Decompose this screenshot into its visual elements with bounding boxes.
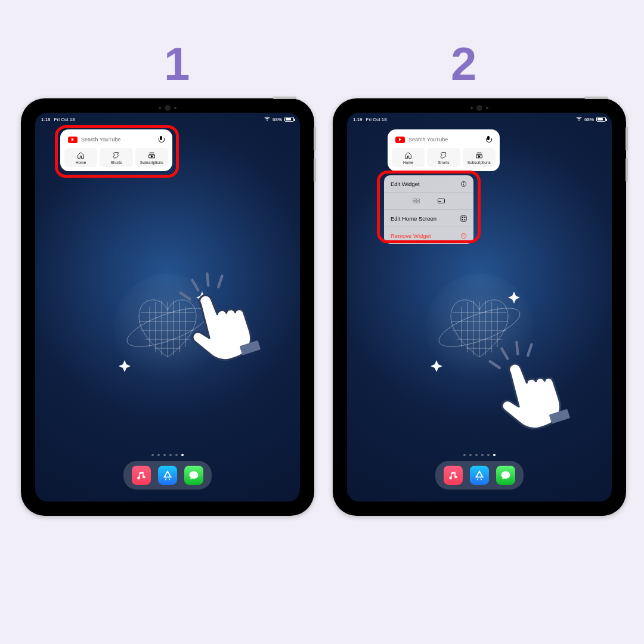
- youtube-search-row[interactable]: Search YouTube: [392, 134, 496, 145]
- page-indicator[interactable]: [151, 454, 184, 456]
- ctxmenu-edit-home-screen[interactable]: Edit Home Screen: [384, 210, 473, 227]
- youtube-logo-icon: [395, 137, 405, 143]
- svg-rect-13: [417, 199, 420, 201]
- front-camera-notch: [470, 105, 488, 111]
- step-number-2: 2: [451, 37, 476, 91]
- apps-grid-icon: [460, 215, 467, 222]
- widget-pill-shorts[interactable]: Shorts: [427, 148, 460, 167]
- youtube-widget[interactable]: Search YouTube Home Shorts: [60, 129, 172, 171]
- ipad-frame-1: 1:18 Fri Oct 18 68%: [21, 98, 314, 516]
- subscriptions-icon: [147, 151, 156, 159]
- youtube-widget-buttons: Home Shorts Subscriptions: [392, 148, 496, 167]
- youtube-widget[interactable]: Search YouTube Home Shorts: [388, 129, 500, 171]
- youtube-logo-icon: [68, 137, 78, 143]
- svg-point-22: [464, 219, 465, 219]
- dock-app-messages[interactable]: [184, 466, 203, 485]
- battery-icon: [284, 117, 294, 122]
- battery-icon: [596, 117, 606, 122]
- widget-pill-home[interactable]: Home: [392, 148, 425, 167]
- battery-percent: 68%: [273, 117, 282, 122]
- svg-rect-14: [413, 202, 416, 203]
- status-date: Fri Oct 18: [54, 117, 75, 122]
- wallpaper-heart: [108, 271, 227, 390]
- dock-app-music[interactable]: [132, 466, 151, 485]
- ipad-frame-2: 1:19 Fri Oct 18 68%: [333, 98, 626, 516]
- svg-rect-15: [417, 202, 420, 203]
- wallpaper-heart: [420, 271, 539, 390]
- youtube-search-row[interactable]: Search YouTube: [64, 134, 168, 145]
- widget-pill-home[interactable]: Home: [64, 148, 97, 167]
- pill-label: Home: [403, 160, 413, 165]
- status-date: Fri Oct 18: [366, 117, 387, 122]
- dock-app-messages[interactable]: [496, 466, 515, 485]
- status-bar: 1:18 Fri Oct 18 68%: [41, 116, 294, 122]
- dock-app-appstore[interactable]: [470, 466, 489, 485]
- ipad-screen-2: 1:19 Fri Oct 18 68%: [347, 113, 612, 501]
- svg-point-11: [463, 182, 464, 183]
- status-time: 1:18: [41, 117, 51, 122]
- pill-label: Shorts: [438, 160, 450, 165]
- svg-rect-16: [438, 199, 445, 203]
- widget-pill-shorts[interactable]: Shorts: [100, 148, 132, 167]
- pill-label: Shorts: [111, 160, 122, 165]
- svg-point-20: [464, 217, 465, 218]
- ctxmenu-edit-widget[interactable]: Edit Widget: [384, 175, 473, 193]
- home-icon: [404, 151, 413, 159]
- pill-label: Subscriptions: [140, 160, 163, 165]
- volume-up-button: [314, 127, 316, 151]
- dock-app-music[interactable]: [444, 466, 463, 485]
- volume-down-button: [314, 158, 316, 182]
- dock: [123, 461, 212, 490]
- svg-point-21: [462, 219, 463, 219]
- widget-pill-subscriptions[interactable]: Subscriptions: [463, 148, 496, 167]
- widget-pill-subscriptions[interactable]: Subscriptions: [135, 148, 168, 167]
- status-time: 1:19: [353, 117, 363, 122]
- wifi-icon: [576, 116, 582, 122]
- power-button: [584, 97, 608, 99]
- shorts-icon: [439, 151, 448, 159]
- ctxmenu-size-selector[interactable]: [384, 193, 473, 210]
- pill-label: Subscriptions: [467, 160, 491, 165]
- microphone-icon[interactable]: [485, 136, 492, 143]
- status-bar: 1:19 Fri Oct 18 68%: [353, 116, 606, 122]
- page-indicator[interactable]: [463, 454, 496, 456]
- home-icon: [77, 151, 85, 159]
- power-button: [273, 97, 296, 99]
- ctxmenu-label: Edit Home Screen: [391, 215, 436, 222]
- shorts-icon: [112, 151, 120, 159]
- search-placeholder: Search YouTube: [408, 137, 481, 143]
- svg-rect-18: [460, 215, 466, 221]
- size-large-icon[interactable]: [438, 197, 445, 205]
- dock-app-appstore[interactable]: [158, 466, 177, 485]
- front-camera-notch: [159, 105, 177, 111]
- ipad-screen-1: 1:18 Fri Oct 18 68%: [35, 113, 300, 501]
- ctxmenu-label: Edit Widget: [391, 181, 420, 187]
- svg-rect-17: [439, 202, 441, 203]
- subscriptions-icon: [475, 151, 483, 159]
- size-small-icon[interactable]: [413, 197, 420, 205]
- remove-icon: [460, 232, 467, 239]
- ctxmenu-label: Remove Widget: [391, 233, 431, 239]
- volume-up-button: [626, 127, 628, 151]
- ctxmenu-remove-widget[interactable]: Remove Widget: [384, 227, 473, 244]
- dock: [435, 461, 524, 490]
- battery-percent: 68%: [584, 117, 594, 122]
- microphone-icon[interactable]: [157, 136, 165, 143]
- info-icon: [460, 180, 467, 187]
- step-number-1: 1: [164, 37, 190, 91]
- widget-context-menu: Edit Widget Edit Home Screen: [384, 175, 473, 244]
- search-placeholder: Search YouTube: [81, 137, 154, 143]
- svg-rect-12: [413, 199, 416, 201]
- volume-down-button: [626, 158, 628, 182]
- svg-point-19: [462, 217, 463, 218]
- pill-label: Home: [76, 160, 86, 165]
- youtube-widget-buttons: Home Shorts Subscriptions: [64, 148, 168, 167]
- wifi-icon: [264, 116, 270, 122]
